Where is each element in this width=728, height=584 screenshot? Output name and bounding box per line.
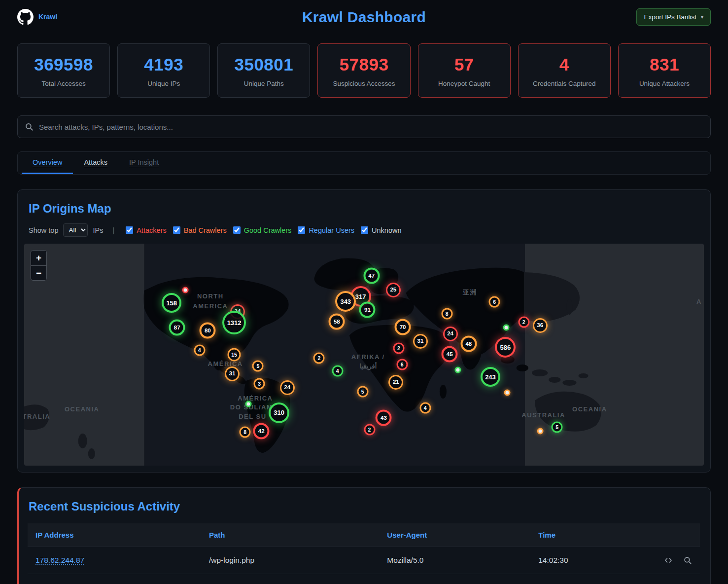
search-row-icon[interactable] (684, 556, 692, 565)
stat-label: Unique Paths (221, 80, 307, 87)
legend-item-bad-crawlers[interactable]: Bad Crawlers (173, 226, 227, 234)
stat-value: 4 (521, 55, 607, 74)
map-marker[interactable]: 48 (460, 335, 477, 352)
user-agent-cell: Mozilla/5.0 (379, 547, 530, 574)
zoom-out-button[interactable]: − (31, 265, 46, 280)
map-region-label: AFRIKA / (351, 353, 385, 360)
map-marker[interactable]: 310 (269, 402, 289, 423)
stat-label: Suspicious Accesses (321, 80, 407, 87)
map-marker[interactable]: 5 (357, 386, 368, 398)
world-map[interactable]: + − NORTHAMERICA亚洲AAMÉRICAAFRIKA /أفريقي… (24, 244, 704, 466)
ip-origins-map-card: IP Origins Map Show top All IPs | Attack… (17, 189, 711, 473)
map-marker[interactable]: 4 (419, 402, 431, 414)
map-marker[interactable]: 25 (386, 283, 401, 297)
map-region-label: أفريقيا (359, 363, 377, 370)
map-marker[interactable]: 43 (376, 409, 392, 426)
map-marker[interactable]: 24 (443, 327, 458, 341)
map-marker[interactable]: 8 (441, 308, 452, 320)
map-marker[interactable]: 5 (552, 422, 563, 433)
map-marker[interactable]: 45 (442, 346, 458, 363)
map-marker[interactable]: 4 (194, 345, 205, 356)
map-marker[interactable]: 70 (395, 319, 411, 335)
map-marker[interactable]: 15 (228, 348, 241, 362)
legend-checkbox[interactable] (361, 226, 368, 234)
stat-label: Unique Attackers (622, 80, 707, 87)
export-banlist-button[interactable]: Export IPs Banlist ▾ (636, 8, 711, 26)
legend-item-attackers[interactable]: Attackers (126, 226, 166, 234)
map-marker[interactable]: 91 (359, 302, 376, 318)
map-marker[interactable]: 3 (254, 378, 265, 389)
map-marker[interactable]: 87 (169, 320, 185, 336)
legend-item-good-crawlers[interactable]: Good Crawlers (233, 226, 292, 234)
map-marker[interactable]: 243 (481, 367, 500, 387)
search-icon (25, 123, 34, 131)
show-top-select[interactable]: All (63, 223, 88, 237)
stat-label: Unique IPs (121, 80, 207, 87)
map-marker[interactable]: 158 (162, 293, 181, 313)
legend-label: Regular Users (309, 226, 354, 234)
table-header-row: IP AddressPathUser-AgentTime (28, 523, 700, 547)
column-header-time: Time (530, 523, 624, 547)
map-marker[interactable]: 1312 (222, 311, 246, 334)
ip-address-link[interactable]: 178.62.244.87 (35, 556, 84, 564)
table-row: 178.62.244.87 /wp-login.php Mozilla/5.0 … (28, 574, 700, 584)
map-marker[interactable] (504, 389, 511, 396)
map-marker[interactable] (182, 287, 188, 293)
path-cell: /wp-login.php (201, 547, 379, 574)
row-actions (632, 556, 692, 565)
map-marker[interactable]: 58 (329, 313, 345, 329)
map-marker[interactable]: 42 (253, 423, 270, 439)
legend-item-unknown[interactable]: Unknown (361, 226, 401, 234)
legend-checkbox[interactable] (173, 226, 180, 234)
map-region-label: DEL SU (239, 413, 266, 420)
map-region-label: NORTH (197, 292, 224, 299)
map-marker[interactable] (537, 428, 543, 434)
map-marker[interactable]: 586 (495, 337, 516, 358)
tab-attacks[interactable]: Attacks (73, 152, 118, 174)
legend-checkbox[interactable] (126, 226, 133, 234)
map-marker[interactable]: 6 (489, 296, 500, 307)
map-marker[interactable]: 343 (335, 291, 356, 312)
map-marker[interactable]: 31 (413, 334, 428, 349)
map-marker[interactable]: 2 (393, 342, 404, 354)
map-marker[interactable]: 6 (396, 359, 408, 370)
tab-ip-insight[interactable]: IP Insight (118, 152, 170, 174)
map-marker[interactable] (245, 401, 252, 407)
legend-item-regular-users[interactable]: Regular Users (298, 226, 354, 234)
map-marker[interactable]: 47 (363, 267, 380, 284)
zoom-in-button[interactable]: + (31, 251, 46, 265)
time-cell: 14:02:30 (530, 547, 624, 574)
map-marker[interactable]: 21 (388, 375, 403, 390)
map-marker[interactable]: 5 (252, 360, 264, 371)
map-marker[interactable]: 36 (533, 318, 548, 333)
map-marker[interactable]: 2 (364, 424, 375, 436)
map-marker[interactable] (454, 367, 461, 373)
stat-value: 369598 (21, 55, 106, 74)
map-marker[interactable]: 24 (280, 380, 295, 395)
legend-checkbox[interactable] (298, 226, 305, 234)
search-bar[interactable] (17, 115, 711, 138)
map-marker[interactable] (503, 325, 509, 331)
caret-down-icon: ▾ (701, 14, 703, 20)
map-marker[interactable]: 31 (225, 366, 240, 381)
recent-suspicious-activity-card: Recent Suspicious Activity IP AddressPat… (17, 487, 711, 584)
stat-label: Credentials Captured (521, 80, 607, 87)
stat-card-unique-paths: 350801 Unique Paths (217, 43, 310, 98)
legend-checkbox[interactable] (233, 226, 241, 234)
map-marker[interactable]: 2 (518, 316, 529, 328)
stat-value: 831 (622, 55, 707, 74)
table-row: 178.62.244.87 /wp-login.php Mozilla/5.0 … (28, 547, 700, 574)
map-marker[interactable]: 4 (332, 365, 343, 376)
stat-card-suspicious-accesses: 57893 Suspicious Accesses (317, 43, 410, 98)
code-icon[interactable] (664, 556, 673, 564)
tab-overview[interactable]: Overview (22, 152, 73, 174)
brand[interactable]: Krawl (17, 9, 57, 25)
stat-label: Honeypot Caught (421, 80, 507, 87)
map-region-label: AMERICA (193, 302, 228, 310)
column-header-actions (624, 523, 700, 547)
search-input[interactable] (39, 123, 703, 131)
stat-value: 57 (421, 55, 507, 74)
map-marker[interactable]: 8 (240, 427, 251, 438)
map-marker[interactable]: 80 (200, 322, 216, 338)
map-marker[interactable]: 2 (313, 353, 325, 364)
